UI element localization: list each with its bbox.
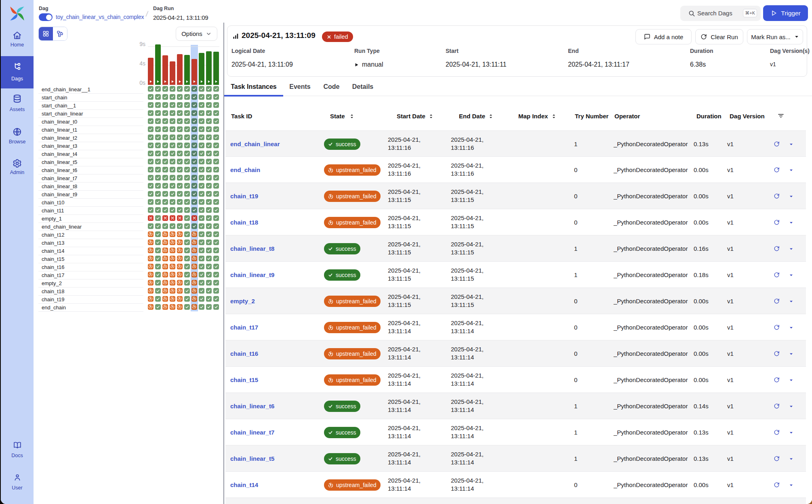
grid-task-label[interactable]: start_chain_linear	[38, 110, 143, 118]
task-instance-success-square[interactable]	[184, 134, 190, 140]
task-instance-success-square[interactable]	[177, 134, 183, 140]
task-instance-success-square[interactable]	[155, 296, 161, 302]
task-instance-success-square[interactable]	[177, 223, 183, 229]
clear-task-instance-icon[interactable]	[774, 482, 780, 488]
task-instance-upstream_failed-square[interactable]	[177, 296, 183, 302]
task-instance-success-square[interactable]	[148, 110, 154, 116]
grid-task-label[interactable]: chain_linear_t8	[38, 183, 143, 191]
task-instance-success-square[interactable]	[213, 288, 219, 294]
task-instance-success-square[interactable]	[206, 248, 212, 253]
task-instance-success-square[interactable]	[206, 215, 212, 221]
task-instance-success-square[interactable]	[199, 296, 204, 302]
task-instance-success-square[interactable]	[213, 215, 219, 221]
row-actions-caret-icon[interactable]	[789, 378, 795, 384]
task-instance-success-square[interactable]	[177, 151, 183, 156]
task-instance-success-square[interactable]	[155, 223, 161, 229]
task-instance-success-square[interactable]	[213, 256, 219, 261]
task-instance-success-square[interactable]	[206, 288, 212, 294]
row-actions-caret-icon[interactable]	[789, 299, 795, 306]
grid-task-label[interactable]: chain_linear_t6	[38, 166, 143, 174]
task-instance-success-square[interactable]	[206, 304, 212, 310]
grid-task-label[interactable]: chain_linear_t5	[38, 158, 143, 166]
clear-task-instance-icon[interactable]	[774, 456, 780, 462]
task-instance-success-square[interactable]	[155, 143, 161, 148]
task-instance-upstream_failed-square[interactable]	[170, 304, 175, 310]
task-instance-success-square[interactable]	[162, 199, 168, 205]
task-instance-success-square[interactable]	[148, 143, 154, 148]
task-instance-success-square[interactable]	[162, 191, 168, 197]
task-instance-success-square[interactable]	[213, 167, 219, 172]
task-instance-success-square[interactable]	[155, 118, 161, 124]
task-instance-upstream_failed-square[interactable]	[170, 272, 175, 277]
task-instance-success-square[interactable]	[206, 207, 212, 213]
task-instance-success-square[interactable]	[184, 102, 190, 108]
task-instance-upstream_failed-square[interactable]	[170, 296, 175, 302]
row-actions-caret-icon[interactable]	[789, 273, 795, 279]
task-id-link[interactable]: chain_t15	[230, 376, 258, 383]
task-instance-success-square[interactable]	[177, 118, 183, 124]
task-instance-success-square[interactable]	[206, 191, 212, 197]
task-instance-upstream_failed-square[interactable]	[148, 272, 154, 277]
clear-task-instance-icon[interactable]	[774, 324, 780, 331]
task-instance-success-square[interactable]	[162, 110, 168, 116]
task-instance-success-square[interactable]	[155, 231, 161, 237]
mark-run-as-button[interactable]: Mark Run as...	[747, 29, 803, 44]
clear-task-instance-icon[interactable]	[774, 351, 780, 357]
row-actions-caret-icon[interactable]	[789, 168, 795, 174]
task-instance-success-square[interactable]	[213, 239, 219, 245]
sort-toggle-icon[interactable]	[488, 113, 494, 119]
sidebar-item-dags[interactable]: Dags	[1, 56, 34, 88]
clear-task-instance-icon[interactable]	[774, 272, 780, 278]
task-instance-success-square[interactable]	[148, 94, 154, 100]
task-instance-success-square[interactable]	[184, 199, 190, 205]
task-instance-success-square[interactable]	[155, 199, 161, 205]
task-instance-success-square[interactable]	[213, 304, 219, 310]
grid-task-label[interactable]: chain_t14	[38, 247, 143, 255]
task-instance-upstream_failed-square[interactable]	[191, 256, 197, 261]
task-instance-success-square[interactable]	[155, 215, 161, 221]
task-instance-success-square[interactable]	[148, 126, 154, 132]
task-instance-success-square[interactable]	[177, 207, 183, 213]
task-instance-upstream_failed-square[interactable]	[191, 288, 197, 294]
grid-task-label[interactable]: chain_t16	[38, 263, 143, 271]
task-instance-success-square[interactable]	[148, 223, 154, 229]
dag-run-duration-bar[interactable]	[184, 55, 190, 85]
task-instance-success-square[interactable]	[148, 191, 154, 197]
task-instance-success-square[interactable]	[177, 199, 183, 205]
task-instance-success-square[interactable]	[162, 118, 168, 124]
task-instance-success-square[interactable]	[206, 175, 212, 181]
task-instance-success-square[interactable]	[162, 102, 168, 108]
search-dags-box[interactable]: Search Dags ⌘+K	[680, 6, 761, 21]
task-instance-upstream_failed-square[interactable]	[162, 239, 168, 245]
dag-run-duration-bar[interactable]	[162, 55, 168, 85]
grid-task-label[interactable]: chain_t13	[38, 239, 143, 247]
sidebar-item-user[interactable]: User	[1, 469, 34, 494]
sidebar-item-admin[interactable]: Admin	[1, 155, 34, 178]
dag-run-duration-bar[interactable]	[206, 51, 212, 85]
options-button[interactable]: Options	[176, 27, 217, 41]
tab-task-instances[interactable]: Task Instances	[224, 80, 283, 95]
task-instance-success-square[interactable]	[184, 223, 190, 229]
row-actions-caret-icon[interactable]	[789, 483, 795, 489]
task-instance-success-square[interactable]	[191, 86, 197, 92]
task-instance-success-square[interactable]	[177, 183, 183, 189]
task-instance-success-square[interactable]	[191, 183, 197, 189]
task-instance-success-square[interactable]	[199, 248, 204, 253]
task-instance-upstream_failed-square[interactable]	[170, 256, 175, 261]
task-instance-success-square[interactable]	[170, 199, 175, 205]
grid-task-label[interactable]: chain_linear_t7	[38, 174, 143, 183]
task-instance-success-square[interactable]	[184, 118, 190, 124]
task-instance-success-square[interactable]	[213, 134, 219, 140]
task-instance-success-square[interactable]	[170, 143, 175, 148]
task-instance-success-square[interactable]	[191, 151, 197, 156]
task-instance-failed-square[interactable]	[177, 215, 183, 221]
task-instance-success-square[interactable]	[191, 143, 197, 148]
clear-task-instance-icon[interactable]	[774, 403, 780, 410]
task-instance-success-square[interactable]	[184, 175, 190, 181]
grid-task-label[interactable]: chain_t11	[38, 207, 143, 215]
graph-view-button[interactable]	[53, 27, 67, 40]
task-instance-upstream_failed-square[interactable]	[191, 280, 197, 286]
task-instance-success-square[interactable]	[206, 102, 212, 108]
task-instance-success-square[interactable]	[148, 86, 154, 92]
task-instance-upstream_failed-square[interactable]	[191, 239, 197, 245]
